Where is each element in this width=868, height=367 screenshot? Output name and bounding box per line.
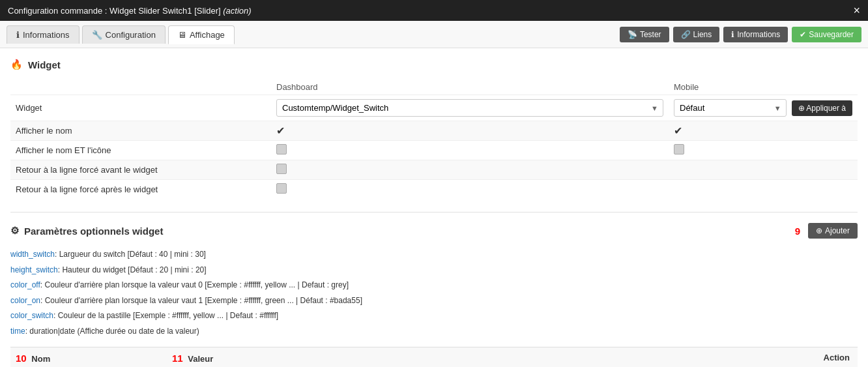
link-icon: 🔗 [681, 30, 691, 39]
title-main: Configuration commande : Widget Slider S… [8, 6, 221, 16]
widget-col-dashboard-header: Dashboard [271, 80, 669, 95]
params-columns-header: 10 Nom 11 Valeur Action [10, 347, 858, 367]
tester-label: Tester [640, 30, 661, 39]
tab-informations[interactable]: ℹ Informations [7, 25, 80, 44]
info-icon: ℹ [16, 30, 20, 40]
afficher-nom-icone-dashboard-check [271, 141, 669, 160]
title-bar-text: Configuration commande : Widget Slider S… [8, 6, 252, 16]
mobile-widget-select[interactable]: Défaut [674, 99, 787, 117]
sauvegarder-label: Sauvegarder [809, 30, 854, 39]
retour-apres-dashboard-check [271, 180, 669, 199]
checkmark-dashboard-1: ✔ [276, 125, 285, 136]
checkbox-dashboard-3[interactable] [276, 164, 287, 174]
retour-apres-mobile-check [669, 180, 858, 199]
tab-affichage[interactable]: 🖥 Affichage [168, 25, 235, 44]
close-button[interactable]: × [853, 5, 860, 16]
mobile-select-row: Défaut ▼ ⊕ Appliquer à [674, 99, 852, 117]
ajouter-label: Ajouter [825, 226, 850, 235]
wrench-icon: 🔧 [92, 30, 102, 40]
table-row: Afficher le nom ✔ ✔ [10, 121, 858, 141]
tester-button[interactable]: 📡 Tester [620, 27, 669, 42]
list-item: time: duration|date (Affiche durée ou da… [10, 323, 858, 339]
params-title: ⚙ Paramètres optionnels widget [10, 225, 163, 237]
checkbox-dashboard-4[interactable] [276, 183, 287, 194]
afficher-nom-mobile-check: ✔ [669, 121, 858, 141]
retour-avant-dashboard-check [271, 160, 669, 180]
ajouter-badge: 9 [795, 226, 800, 237]
params-title-text: Paramètres optionnels widget [24, 226, 163, 237]
retour-apres-label: Retour à la ligne forcé après le widget [10, 180, 271, 199]
table-row: Widget Customtemp/Widget_Switch ▼ D [10, 95, 858, 121]
tab-configuration[interactable]: 🔧 Configuration [82, 25, 166, 44]
dashboard-select-wrapper: Customtemp/Widget_Switch ▼ [276, 99, 663, 117]
appliquer-button[interactable]: ⊕ Appliquer à [792, 100, 852, 116]
help-links: width_switch: Largueur du switch [Défaut… [10, 246, 858, 339]
valeur-badge: 11 [172, 353, 183, 364]
widget-dashboard-select-cell: Customtemp/Widget_Switch ▼ [271, 95, 669, 121]
widget-section-header: 🔥 Widget [10, 59, 858, 70]
monitor-icon: 🖥 [178, 30, 186, 40]
rss-icon: 📡 [628, 30, 637, 39]
widget-table: Dashboard Mobile Widget Customtemp/Widge… [10, 80, 858, 199]
checkbox-mobile-2[interactable] [674, 144, 684, 154]
list-item: width_switch: Largueur du switch [Défaut… [10, 246, 858, 262]
afficher-nom-icone-mobile-check [669, 141, 858, 160]
nom-badge: 10 [16, 353, 27, 364]
afficher-nom-dashboard-check: ✔ [271, 121, 669, 141]
widget-row-label: Widget [10, 95, 271, 121]
params-header: ⚙ Paramètres optionnels widget 9 ⊕ Ajout… [10, 223, 858, 239]
params-actions: 9 ⊕ Ajouter [795, 223, 858, 239]
toolbar-right: 📡 Tester 🔗 Liens ℹ Informations ✔ Sauveg… [620, 27, 861, 42]
list-item: height_switch: Hauteur du widget [Défaut… [10, 262, 858, 278]
table-row: Afficher le nom ET l'icône [10, 141, 858, 160]
sauvegarder-button[interactable]: ✔ Sauvegarder [792, 27, 861, 42]
tools-icon: ⚙ [10, 225, 19, 237]
dashboard-widget-select[interactable]: Customtemp/Widget_Switch [276, 99, 663, 117]
tab-bar: ℹ Informations 🔧 Configuration 🖥 Afficha… [0, 21, 868, 48]
params-col-nom-header: 10 Nom [10, 350, 167, 366]
widget-col-label-header [10, 80, 271, 95]
flame-icon: 🔥 [10, 59, 23, 70]
informations-button[interactable]: ℹ Informations [723, 27, 788, 42]
params-col-valeur-header: 11 Valeur [167, 350, 766, 366]
ajouter-button[interactable]: ⊕ Ajouter [808, 223, 858, 239]
retour-avant-label: Retour à la ligne forcé avant le widget [10, 160, 271, 180]
title-bar: Configuration commande : Widget Slider S… [0, 0, 868, 21]
plus-icon: ⊕ [816, 226, 822, 235]
liens-button[interactable]: 🔗 Liens [673, 27, 720, 42]
liens-label: Liens [693, 30, 712, 39]
widget-section-title: Widget [28, 59, 61, 70]
params-col-action-header: Action [766, 350, 858, 366]
section-divider [10, 212, 858, 213]
tabs-left: ℹ Informations 🔧 Configuration 🖥 Afficha… [7, 25, 620, 44]
content-area: 🔥 Widget Dashboard Mobile Widget [0, 48, 868, 367]
table-row: Retour à la ligne forcé avant le widget [10, 160, 858, 180]
retour-avant-mobile-check [669, 160, 858, 180]
tab-configuration-label: Configuration [106, 30, 156, 40]
list-item: color_on: Couleur d'arrière plan lorsque… [10, 293, 858, 308]
info-toolbar-icon: ℹ [731, 30, 734, 39]
widget-col-mobile-header: Mobile [669, 80, 858, 95]
check-save-icon: ✔ [800, 30, 806, 39]
list-item: color_switch: Couleur de la pastille [Ex… [10, 308, 858, 323]
widget-mobile-select-cell: Défaut ▼ ⊕ Appliquer à [669, 95, 858, 121]
title-italic: (action) [223, 6, 251, 16]
tab-informations-label: Informations [23, 30, 70, 40]
afficher-nom-icone-label: Afficher le nom ET l'icône [10, 141, 271, 160]
table-row: Retour à la ligne forcé après le widget [10, 180, 858, 199]
checkmark-mobile-1: ✔ [674, 125, 682, 136]
plus-appliquer-icon: ⊕ [798, 104, 805, 113]
afficher-nom-label: Afficher le nom [10, 121, 271, 141]
widget-table-header-row: Dashboard Mobile [10, 80, 858, 95]
informations-label: Informations [737, 30, 780, 39]
list-item: color_off: Couleur d'arrière plan lorsqu… [10, 277, 858, 293]
checkbox-dashboard-2[interactable] [276, 144, 287, 154]
mobile-select-wrapper: Défaut ▼ [674, 99, 787, 117]
tab-affichage-label: Affichage [190, 30, 225, 40]
